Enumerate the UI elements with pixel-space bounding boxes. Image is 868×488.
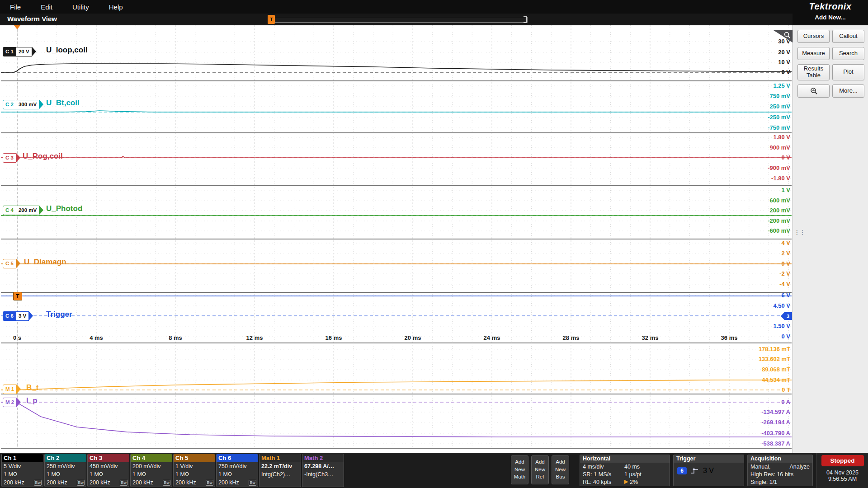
horizontal-title: Horizontal bbox=[580, 455, 670, 463]
badge-row-text: 5 V/div bbox=[4, 463, 21, 469]
channel-badge-C6[interactable]: C 63 V bbox=[3, 311, 33, 321]
scope-badge-ch-5[interactable]: Ch 51 V/div1 MΩ200 kHzBw bbox=[173, 454, 215, 487]
badge-row-text: 250 mV/div bbox=[47, 463, 75, 469]
scope-badge-ch-2[interactable]: Ch 2250 mV/div1 MΩ200 kHzBw bbox=[44, 454, 86, 487]
badge-row-text: 67.298 A/… bbox=[304, 463, 334, 469]
more-button[interactable]: More... bbox=[832, 84, 864, 98]
record-view-bar[interactable] bbox=[271, 17, 528, 23]
badge-id: M 1 bbox=[3, 385, 17, 394]
badge-title: Ch 3 bbox=[88, 454, 129, 462]
search-button[interactable]: Search bbox=[832, 47, 864, 60]
callout-button[interactable]: Callout bbox=[832, 30, 864, 43]
badge-id: M 2 bbox=[3, 398, 17, 407]
badge-row-text: 200 kHz bbox=[132, 479, 153, 486]
record-bar-end-bracket bbox=[524, 16, 527, 23]
acquisition-title: Acquisition bbox=[748, 455, 812, 463]
channel-badge-C4[interactable]: C 4200 mV bbox=[3, 205, 43, 215]
badge-title: Ch 4 bbox=[131, 454, 172, 462]
add-new-line: Bus bbox=[552, 473, 569, 481]
sidebar: Cursors Callout Measure Search Results T… bbox=[793, 25, 868, 453]
plot-button[interactable]: Plot bbox=[832, 64, 864, 80]
scope-badge-math-1[interactable]: Math 122.2 mT/divIntg(Ch2)… bbox=[259, 454, 301, 487]
badge-title: Ch 1 bbox=[2, 454, 43, 462]
acquisition-mode[interactable]: Manual, bbox=[750, 464, 770, 470]
badge-pointer bbox=[32, 47, 36, 56]
rising-edge-icon bbox=[691, 467, 699, 474]
channel-badge-C3[interactable]: C 3 bbox=[3, 153, 20, 163]
bottom-bar: Ch 15 V/div1 MΩ200 kHzBwCh 2250 mV/div1 … bbox=[0, 453, 868, 488]
add-new-line: Math bbox=[511, 473, 528, 481]
view-strip: Waveform View T bbox=[0, 14, 793, 25]
horizontal-panel[interactable]: Horizontal 4 ms/div40 ms SR: 1 MS/s1 µs/… bbox=[580, 455, 670, 486]
sample-rate: SR: 1 MS/s bbox=[583, 471, 624, 478]
acquisition-single: Single: 1/1 bbox=[750, 479, 777, 485]
badge-row-text: 1 MΩ bbox=[4, 471, 17, 478]
cursors-button[interactable]: Cursors bbox=[797, 30, 830, 43]
menu-help[interactable]: Help bbox=[99, 3, 133, 11]
badge-pointer bbox=[17, 385, 21, 394]
scope-badge-ch-3[interactable]: Ch 3450 mV/div1 MΩ200 kHzBw bbox=[87, 454, 129, 487]
record-trigger-flag[interactable]: T bbox=[268, 15, 275, 24]
badge-row-text: Intg(Ch2)… bbox=[261, 471, 291, 478]
status-time: 9:56:55 AM bbox=[828, 476, 857, 482]
add-new-line: Ref bbox=[532, 473, 548, 481]
analyze-label[interactable]: Analyze bbox=[790, 464, 810, 470]
channel-badge-M1[interactable]: M 1 bbox=[3, 384, 21, 394]
scope-badge-ch-4[interactable]: Ch 4200 mV/div1 MΩ200 kHzBw bbox=[130, 454, 172, 487]
badge-row-text: -Intg(Ch3… bbox=[304, 471, 334, 478]
badge-id: C 5 bbox=[3, 259, 16, 268]
channel-badge-M2[interactable]: M 2 bbox=[3, 397, 21, 407]
trigger-title: Trigger bbox=[674, 455, 744, 463]
badge-row-text: 450 mV/div bbox=[90, 463, 118, 469]
bandwidth-icon: Bw bbox=[77, 480, 85, 486]
add-new-ref-button[interactable]: AddNewRef bbox=[531, 455, 549, 484]
menu-bar: File Edit Utility Help bbox=[0, 0, 793, 14]
badge-row-text: 200 mV/div bbox=[132, 463, 161, 469]
add-new-bus-button[interactable]: AddNewBus bbox=[552, 455, 569, 484]
bandwidth-icon: Bw bbox=[206, 480, 213, 486]
menu-edit[interactable]: Edit bbox=[31, 3, 62, 11]
acquisition-panel[interactable]: Acquisition Manual, Analyze High Res: 16… bbox=[747, 455, 813, 486]
badge-value: 200 mV bbox=[16, 206, 39, 215]
badge-row-text: 1 MΩ bbox=[218, 471, 232, 478]
trigger-source-badge: 6 bbox=[677, 467, 687, 474]
add-new-line: Add bbox=[532, 458, 548, 466]
results-table-button[interactable]: Results Table bbox=[797, 64, 830, 80]
badge-value: 3 V bbox=[16, 311, 29, 321]
trigger-level: 3 V bbox=[703, 467, 714, 475]
zoom-button[interactable] bbox=[797, 84, 830, 98]
add-new-line: New bbox=[511, 466, 528, 474]
badge-pointer bbox=[16, 259, 20, 268]
panel-drag-handle[interactable]: ⋮⋮ bbox=[794, 229, 805, 236]
waveform-view-tab[interactable]: Waveform View bbox=[7, 15, 57, 23]
channel-badge-C1[interactable]: C 120 V bbox=[3, 47, 36, 56]
badge-value: 20 V bbox=[16, 47, 32, 56]
scope-badge-math-2[interactable]: Math 267.298 A/…-Intg(Ch3… bbox=[302, 454, 344, 487]
stopped-badge[interactable]: Stopped bbox=[821, 455, 864, 466]
measure-button[interactable]: Measure bbox=[797, 47, 830, 60]
scope-badge-ch-6[interactable]: Ch 6750 mV/div1 MΩ200 kHzBw bbox=[216, 454, 258, 487]
trigger-panel[interactable]: Trigger 6 3 V bbox=[673, 455, 744, 486]
channel-badge-C5[interactable]: C 5 bbox=[3, 258, 20, 268]
badge-title: Math 1 bbox=[259, 454, 301, 462]
badge-row-text: 1 MΩ bbox=[175, 471, 189, 478]
trigger-source-flag[interactable]: T bbox=[13, 292, 22, 300]
record-length: RL: 40 kpts bbox=[583, 479, 624, 485]
menu-file[interactable]: File bbox=[0, 3, 31, 11]
add-new-line: Add bbox=[552, 458, 569, 466]
bandwidth-icon: Bw bbox=[249, 480, 256, 486]
badge-title: Ch 2 bbox=[45, 454, 86, 462]
badge-pointer bbox=[29, 311, 33, 320]
sample-resolution: 1 µs/pt bbox=[624, 471, 642, 478]
add-new-math-button[interactable]: AddNewMath bbox=[511, 455, 528, 484]
badge-title: Ch 5 bbox=[174, 454, 215, 462]
menu-utility[interactable]: Utility bbox=[62, 3, 99, 11]
channel-badge-C2[interactable]: C 2300 mV bbox=[3, 99, 43, 109]
add-new-button-grid: Cursors Callout Measure Search Results T… bbox=[797, 30, 864, 98]
scope-badge-ch-1[interactable]: Ch 15 V/div1 MΩ200 kHzBw bbox=[1, 454, 43, 487]
badge-row-text: 750 mV/div bbox=[218, 463, 247, 469]
waveform-view-area bbox=[0, 25, 793, 453]
badge-pointer bbox=[16, 153, 20, 162]
badge-row-text: 1 MΩ bbox=[90, 471, 103, 478]
status-date: 04 Nov 2025 bbox=[826, 469, 859, 476]
